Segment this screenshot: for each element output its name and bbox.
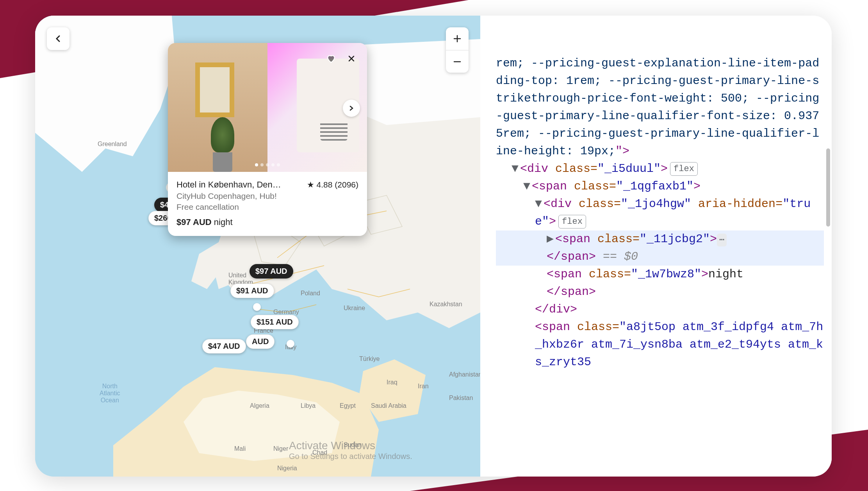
zoom-control (446, 27, 469, 73)
back-button[interactable] (47, 27, 70, 50)
devtools-node-span4[interactable]: <span class="a8jt5op atm_3f_idpfg4 atm_7… (496, 318, 824, 371)
listing-price: $97 AUD night (176, 217, 358, 227)
devtools-pane[interactable]: rem; --pricing-guest-explanation-line-it… (480, 16, 832, 477)
windows-watermark: Activate Windows Go to Settings to activ… (289, 439, 412, 461)
minus-icon (453, 57, 462, 66)
listing-rating: ★ 4.88 (2096) (307, 180, 358, 189)
photo-pagination (255, 163, 280, 166)
favorite-button[interactable] (323, 50, 340, 67)
flex-badge[interactable]: flex (670, 162, 698, 176)
devtools-node-div1[interactable]: ▼<div class="_i5duul">flex (496, 160, 824, 178)
plus-icon (453, 34, 462, 43)
devtools-node-span1[interactable]: ▼<span class="_1qgfaxb1"> (496, 178, 824, 195)
price-pin-aud[interactable]: AUD (246, 334, 274, 349)
flex-badge[interactable]: flex (558, 215, 586, 229)
devtools-node-span3[interactable]: <span class="_1w7bwz8">night</span> (496, 266, 824, 301)
price-pin-151[interactable]: $151 AUD (251, 315, 299, 329)
price-pin-47[interactable]: $47 AUD (202, 339, 246, 354)
close-icon (348, 55, 355, 62)
devtools-node-div2[interactable]: ▼<div class="_1jo4hgw" aria-hidden="true… (496, 195, 824, 230)
listing-card: Hotel in København, Den… ★ 4.88 (2096) C… (168, 43, 367, 236)
devtools-node-span2-selected[interactable]: ▶<span class="_11jcbg2">⋯</span> == $0 (496, 230, 824, 266)
listing-title: Hotel in København, Den… (176, 180, 303, 190)
next-photo-button[interactable] (343, 100, 360, 117)
chevron-right-icon (349, 105, 354, 111)
listing-policy: Free cancellation (176, 202, 358, 212)
main-card: Greenland North Atlantic Ocean United Ki… (35, 16, 832, 477)
listing-subtitle: CityHub Copenhagen, Hub! (176, 191, 358, 201)
listing-photo[interactable] (168, 43, 367, 172)
chevron-left-icon (54, 35, 62, 43)
zoom-out-button[interactable] (446, 50, 469, 73)
price-pin-97-selected[interactable]: $97 AUD (250, 264, 293, 279)
devtools-css-fragment: rem; --pricing-guest-explanation-line-it… (496, 55, 824, 160)
star-icon: ★ (307, 180, 314, 189)
map-pane[interactable]: Greenland North Atlantic Ocean United Ki… (35, 16, 480, 477)
zoom-in-button[interactable] (446, 27, 469, 50)
close-listing-button[interactable] (343, 50, 360, 67)
price-dot-2[interactable] (287, 340, 294, 348)
scrollbar-thumb[interactable] (826, 148, 830, 227)
devtools-node-div2-close[interactable]: </div> (496, 301, 824, 318)
ellipsis-icon[interactable]: ⋯ (717, 234, 727, 246)
heart-icon (326, 54, 336, 64)
price-pin-91[interactable]: $91 AUD (230, 284, 274, 298)
price-dot-1[interactable] (253, 303, 261, 311)
